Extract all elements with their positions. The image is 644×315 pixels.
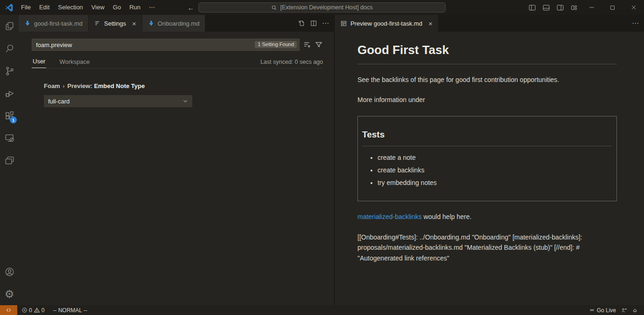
close-window-button[interactable] [623,0,644,15]
preview-paragraph: More information under [357,95,617,104]
search-icon [271,5,277,11]
clear-settings-search-icon[interactable] [303,41,311,49]
embedded-note-list: create a note create backlinks try embed… [362,153,612,188]
explorer-icon[interactable] [0,15,19,37]
windows-view-icon[interactable] [0,149,19,171]
vim-mode-status[interactable]: -- NORMAL -- [50,305,90,315]
embed-note-type-select[interactable]: full-card [44,95,192,107]
menu-more[interactable]: ⋯ [145,0,159,15]
backlink-line: materialized-backlinks would help here. [357,212,617,221]
toggle-panel-icon[interactable] [539,0,553,15]
vscode-logo-icon [5,4,13,12]
more-actions-icon[interactable]: ⋯ [632,19,639,27]
run-debug-icon[interactable] [0,82,19,104]
open-settings-json-icon[interactable] [298,20,305,27]
list-item: try embedding notes [378,178,612,187]
settings-scope-tabs: User Workspace Last synced: 0 secs ago [32,58,323,68]
tab-good-first-task[interactable]: good-first-task.md [19,15,89,32]
editor-group-right: Preview good-first-task.md × ⋯ Good Firs… [335,15,644,305]
tab-onboarding[interactable]: Onboarding.md [142,15,206,32]
warning-icon [34,307,40,314]
editor-actions-right: ⋯ [632,15,644,32]
preview-title: Good First Task [357,41,617,64]
tab-bar-right: Preview good-first-task.md × ⋯ [335,15,644,32]
last-synced-label: Last synced: 0 secs ago [260,59,323,68]
remote-indicator[interactable] [0,305,17,315]
go-live-button[interactable]: Go Live [587,305,618,315]
command-center-text: [Extension Development Host] docs [280,4,372,11]
setting-title: Foam › Preview: Embed Note Type [44,82,323,89]
markdown-file-icon [24,20,31,27]
customize-layout-icon[interactable] [567,0,581,15]
tab-preview-good-first-task[interactable]: Preview good-first-task.md × [335,15,439,32]
preview-paragraph: See the backlinks of this page for good … [357,75,617,84]
settings-result-count-badge: 1 Setting Found [255,41,297,48]
command-center-search[interactable]: [Extension Development Host] docs [198,2,446,13]
remote-icon [6,307,12,313]
materialized-backlinks-link[interactable]: materialized-backlinks [357,213,422,220]
setting-foam-preview-embed-note-type: Foam › Preview: Embed Note Type full-car… [44,82,323,107]
extensions-badge: 1 [10,116,17,123]
menu-go[interactable]: Go [109,0,125,15]
scope-tab-workspace[interactable]: Workspace [58,58,91,68]
live-share-button[interactable] [618,305,630,315]
markdown-file-icon [148,20,154,27]
source-control-icon[interactable] [0,60,19,82]
workbench: 1 ⚙ good-first-task.md Settings × [0,15,644,305]
close-tab-icon[interactable]: × [132,20,136,27]
title-bar: File Edit Selection View Go Run ⋯ ← → [E… [0,0,644,15]
menu-file[interactable]: File [17,0,35,15]
menu-run[interactable]: Run [125,0,145,15]
settings-search-box: 1 Setting Found [32,39,300,51]
select-value: full-card [48,98,70,105]
remote-explorer-icon[interactable] [0,127,19,149]
menu-selection[interactable]: Selection [54,0,87,15]
problems-status[interactable]: 0 0 [19,305,47,315]
editor-group-left: good-first-task.md Settings × Onboarding… [19,15,335,305]
search-view-icon[interactable] [0,37,19,60]
toggle-secondary-sidebar-icon[interactable] [553,0,567,15]
tab-settings[interactable]: Settings × [89,15,142,32]
menu-edit[interactable]: Edit [35,0,54,15]
close-tab-icon[interactable]: × [428,20,433,27]
markdown-preview-icon [340,20,347,27]
embedded-note-card: Tests create a note create backlinks try… [357,116,617,201]
manage-gear-icon[interactable]: ⚙ [0,283,19,305]
filter-settings-icon[interactable] [315,41,323,49]
chevron-down-icon [182,98,189,104]
markdown-preview-pane: Good First Task See the backlinks of thi… [335,32,644,263]
scope-tab-user[interactable]: User [32,58,46,68]
embedded-note-title: Tests [362,128,612,146]
maximize-button[interactable] [602,0,623,15]
live-share-icon [621,307,627,314]
list-item: create backlinks [378,165,612,175]
minimize-button[interactable] [581,0,602,15]
nav-back-icon[interactable]: ← [185,0,197,15]
accounts-icon[interactable] [0,260,19,283]
more-actions-icon[interactable]: ⋯ [322,19,329,27]
menu-view[interactable]: View [87,0,109,15]
list-item: create a note [378,153,612,162]
settings-editor: 1 Setting Found User Workspace Last sync… [19,32,334,107]
error-icon [21,307,28,313]
split-editor-icon[interactable] [310,20,317,27]
extensions-icon[interactable]: 1 [0,104,19,127]
settings-editor-icon [94,20,101,27]
notifications-bell[interactable] [630,305,640,315]
bell-icon [632,307,638,313]
activity-bar: 1 ⚙ [0,15,19,305]
toggle-sidebar-icon[interactable] [525,0,539,15]
broadcast-icon [589,307,595,313]
editor-actions-left: ⋯ [298,15,334,32]
tab-bar-left: good-first-task.md Settings × Onboarding… [19,15,334,32]
link-references-text: [[Onboarding#Tests]: ../Onboarding.md "O… [357,232,617,263]
status-bar: 0 0 -- NORMAL -- Go Live [0,305,644,315]
